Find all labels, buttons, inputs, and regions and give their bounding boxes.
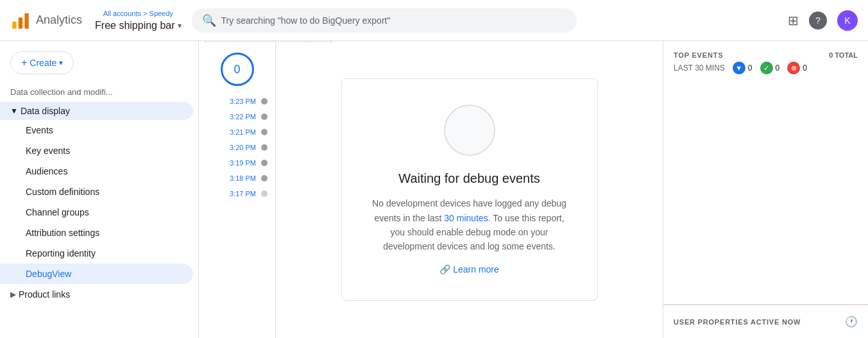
search-placeholder: Try searching "how to do BigQuery export… <box>221 15 391 26</box>
sidebar-item-custom-definitions[interactable]: Custom definitions <box>0 182 198 202</box>
svg-rect-2 <box>24 13 28 28</box>
last-30-row: LAST 30 MINS ▼ 0 ✓ 0 ⊗ 0 <box>674 62 858 74</box>
top-header: Analytics All accounts > Speedy Free shi… <box>0 0 868 41</box>
timeline-entry-3: 3:20 PM <box>204 144 270 151</box>
clock-icon[interactable]: 🕐 <box>845 316 858 328</box>
plus-icon: + <box>21 57 27 69</box>
content-area: 0 3:23 PM 3:22 PM 3:21 PM 3:20 PM <box>199 41 868 338</box>
user-properties-header: USER PROPERTIES ACTIVE NOW 🕐 <box>674 316 858 328</box>
sidebar-item-key-events[interactable]: Key events <box>0 140 198 161</box>
sidebar: + Create ▾ Data collection and modifi...… <box>0 41 199 338</box>
timeline-time-2: 3:21 PM <box>207 128 256 136</box>
timeline-time-3: 3:20 PM <box>207 144 256 151</box>
timeline-time-6: 3:17 PM <box>207 190 256 198</box>
timeline-dot-4 <box>261 160 268 166</box>
sidebar-item-product-links[interactable]: ▶ Product links <box>0 284 198 305</box>
last-30-label: LAST 30 MINS <box>674 63 725 72</box>
data-display-section[interactable]: ▼ Data display <box>0 102 193 120</box>
debug-circle-icon <box>444 105 495 156</box>
sidebar-item-events[interactable]: Events <box>0 120 198 140</box>
timeline-time-1: 3:22 PM <box>207 113 256 121</box>
create-button[interactable]: + Create ▾ <box>10 51 74 74</box>
badge-green-circle: ✓ <box>760 62 773 74</box>
timeline-time-5: 3:18 PM <box>207 174 256 182</box>
apps-grid-icon[interactable]: ⊞ <box>788 13 799 28</box>
data-collection-section[interactable]: Data collection and modifi... <box>0 82 198 102</box>
help-icon[interactable]: ? <box>809 12 827 30</box>
event-badge-blue: ▼ 0 <box>733 62 753 74</box>
search-bar[interactable]: 🔍 Try searching "how to do BigQuery expo… <box>192 8 577 33</box>
sidebar-item-audiences[interactable]: Audiences <box>0 161 198 182</box>
data-display-label: Data display <box>21 106 70 116</box>
header-right: ⊞ ? K <box>788 10 858 31</box>
breadcrumb: All accounts > Speedy Free shipping bar … <box>95 10 182 31</box>
badge-green-count: 0 <box>776 63 780 72</box>
chevron-down-icon: ▾ <box>59 58 63 67</box>
app-title: Analytics <box>36 13 82 27</box>
sidebar-item-attribution-settings[interactable]: Attribution settings <box>0 223 198 243</box>
timeline-time-0: 3:23 PM <box>207 97 256 105</box>
breadcrumb-top[interactable]: All accounts > Speedy <box>103 10 173 17</box>
timeline-entry-2: 3:21 PM <box>204 128 270 136</box>
create-btn-area: + Create ▾ <box>0 46 198 82</box>
timeline-dot-1 <box>261 114 268 120</box>
sidebar-item-reporting-identity[interactable]: Reporting identity <box>0 243 198 264</box>
timeline-time-4: 3:19 PM <box>207 159 256 167</box>
dotted-divider <box>204 41 332 42</box>
timeline-entry-5: 3:18 PM <box>204 174 270 182</box>
property-name: Free shipping bar <box>95 20 175 31</box>
right-panel: TOP EVENTS 0 TOTAL LAST 30 MINS ▼ 0 ✓ 0 … <box>663 41 868 338</box>
timeline-panel: 0 3:23 PM 3:22 PM 3:21 PM 3:20 PM <box>199 41 276 338</box>
user-properties-title: USER PROPERTIES ACTIVE NOW <box>674 318 801 326</box>
top-events-header: TOP EVENTS 0 TOTAL <box>674 51 858 59</box>
data-collection-label: Data collection and modifi... <box>10 87 113 97</box>
avatar[interactable]: K <box>837 10 858 31</box>
learn-more-label: Learn more <box>453 264 499 275</box>
top-events-total: 0 TOTAL <box>829 51 858 59</box>
analytics-logo <box>10 10 31 31</box>
create-label: Create <box>30 58 56 68</box>
dropdown-arrow[interactable]: ▾ <box>178 21 182 30</box>
badge-blue-count: 0 <box>748 63 753 72</box>
sidebar-item-debugview[interactable]: DebugView <box>0 264 193 284</box>
collapse-arrow: ▼ <box>10 106 18 115</box>
timeline-entry-0: 3:23 PM <box>204 97 270 105</box>
badge-red-count: 0 <box>803 63 807 72</box>
timeline-dot-2 <box>261 129 268 135</box>
timeline-entry-6: 3:17 PM <box>204 190 270 198</box>
learn-more-link[interactable]: 🔗 Learn more <box>368 264 572 275</box>
timeline-entry-4: 3:19 PM <box>204 159 270 167</box>
timeline-counter: 0 <box>221 53 254 86</box>
timeline-dot-6 <box>261 190 268 197</box>
badge-red-circle: ⊗ <box>787 62 800 74</box>
top-events-title: TOP EVENTS <box>674 51 723 59</box>
badge-blue-circle: ▼ <box>733 62 745 74</box>
timeline-dot-0 <box>261 98 268 105</box>
debug-panel: Waiting for debug events No development … <box>276 41 663 338</box>
main-layout: + Create ▾ Data collection and modifi...… <box>0 41 868 338</box>
top-events-section: TOP EVENTS 0 TOTAL LAST 30 MINS ▼ 0 ✓ 0 … <box>663 41 868 305</box>
breadcrumb-bottom: Free shipping bar ▾ <box>95 20 182 31</box>
debug-description: No development devices have logged any d… <box>368 196 572 254</box>
timeline-dot-3 <box>261 144 268 151</box>
user-properties-section: USER PROPERTIES ACTIVE NOW 🕐 <box>663 305 868 338</box>
debug-card: Waiting for debug events No development … <box>341 78 598 301</box>
debug-title: Waiting for debug events <box>368 171 572 186</box>
product-links-label: Product links <box>19 289 70 300</box>
svg-rect-0 <box>12 21 16 28</box>
sidebar-item-channel-groups[interactable]: Channel groups <box>0 202 198 223</box>
timeline-dot-5 <box>261 175 268 182</box>
search-icon: 🔍 <box>202 13 216 28</box>
product-links-expand-arrow: ▶ <box>10 290 16 299</box>
link-icon: 🔗 <box>439 264 450 275</box>
event-badge-green: ✓ 0 <box>760 62 780 74</box>
timeline-container: 3:23 PM 3:22 PM 3:21 PM 3:20 PM 3:19 PM <box>204 86 270 201</box>
logo-area: Analytics <box>10 10 82 31</box>
event-badge-red: ⊗ 0 <box>787 62 807 74</box>
svg-rect-1 <box>19 17 22 29</box>
timeline-entry-1: 3:22 PM <box>204 113 270 121</box>
